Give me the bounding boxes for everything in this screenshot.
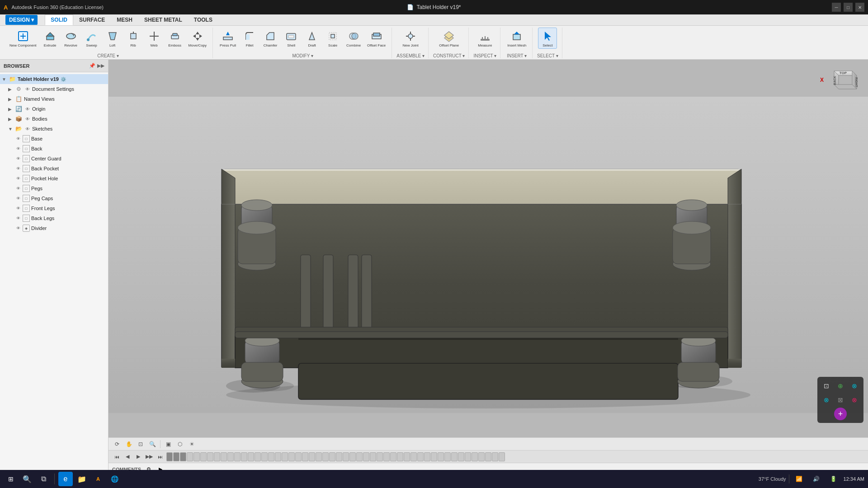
timeline-marker-11[interactable]: [241, 452, 247, 461]
timeline-marker-7[interactable]: [214, 452, 220, 461]
browser-root-item[interactable]: ▼ 📁 Tablet Holder v19 ⚙️: [0, 74, 108, 84]
timeline-marker-10[interactable]: [234, 452, 241, 461]
timeline-marker-43[interactable]: [458, 452, 464, 461]
timeline-marker-3[interactable]: [187, 452, 193, 461]
timeline-marker-38[interactable]: [424, 452, 430, 461]
sketch-center-guard-item[interactable]: 👁 □ Center Guard: [0, 154, 108, 164]
sketch-base-item[interactable]: 👁 □ Base: [0, 134, 108, 144]
battery-icon[interactable]: 🔋: [826, 472, 841, 486]
sketches-item[interactable]: ▼ 📂 👁 Sketches: [0, 124, 108, 134]
timeline-last-btn[interactable]: ⏭: [156, 452, 165, 461]
design-dropdown[interactable]: DESIGN ▾: [5, 15, 38, 25]
display-mode-btn[interactable]: ▣: [163, 439, 173, 449]
fillet-btn[interactable]: Fillet: [240, 28, 259, 49]
timeline-marker-27[interactable]: [349, 452, 356, 461]
timeline-marker-42[interactable]: [451, 452, 458, 461]
zoom-fit-btn[interactable]: ⊡: [136, 439, 146, 449]
tab-surface[interactable]: SURFACE: [73, 14, 111, 25]
sweep-btn[interactable]: Sweep: [82, 28, 101, 49]
timeline-marker-44[interactable]: [465, 452, 471, 461]
timeline-marker-2[interactable]: [180, 452, 186, 461]
timeline-marker-0[interactable]: [166, 452, 173, 461]
timeline-marker-9[interactable]: [227, 452, 234, 461]
timeline-marker-26[interactable]: [343, 452, 349, 461]
new-joint-btn[interactable]: New Joint: [401, 28, 421, 49]
bodies-eye-icon[interactable]: 👁: [24, 115, 31, 122]
timeline-marker-6[interactable]: [207, 452, 213, 461]
select-btn[interactable]: Select: [538, 28, 557, 49]
sketch-pegs-item[interactable]: 👁 □ Pegs: [0, 183, 108, 193]
timeline-first-btn[interactable]: ⏮: [112, 452, 121, 461]
timeline-marker-21[interactable]: [309, 452, 315, 461]
chamfer-btn[interactable]: Chamfer: [261, 28, 280, 49]
timeline-marker-25[interactable]: [336, 452, 342, 461]
web-btn[interactable]: Web: [145, 28, 164, 49]
browser-pin-icon[interactable]: 📌: [89, 63, 95, 69]
minimize-button[interactable]: ─: [832, 3, 841, 12]
display-icon-3[interactable]: ⊗: [848, 380, 861, 392]
add-display-btn[interactable]: +: [834, 408, 847, 420]
timeline-marker-46[interactable]: [478, 452, 485, 461]
insert-mesh-btn[interactable]: Insert Mesh: [505, 28, 528, 49]
timeline-prev-btn[interactable]: ◀: [123, 452, 132, 461]
timeline-marker-14[interactable]: [261, 452, 268, 461]
browser-collapse-icon[interactable]: ▶▶: [97, 63, 104, 69]
chrome-taskbar[interactable]: 🌐: [107, 472, 122, 486]
timeline-next-btn[interactable]: ▶▶: [145, 452, 154, 461]
view-cube[interactable]: X: [827, 64, 863, 100]
doc-eye-icon[interactable]: 👁: [24, 85, 31, 93]
rib-btn[interactable]: Rib: [124, 28, 143, 49]
timeline-marker-13[interactable]: [255, 452, 261, 461]
display-icon-5[interactable]: ⊠: [834, 394, 847, 406]
timeline-marker-35[interactable]: [404, 452, 410, 461]
volume-icon[interactable]: 🔊: [809, 472, 824, 486]
tab-mesh[interactable]: MESH: [111, 14, 138, 25]
timeline-marker-36[interactable]: [410, 452, 417, 461]
base-eye-icon[interactable]: 👁: [14, 135, 22, 142]
display-icon-1[interactable]: ⊡: [820, 380, 833, 392]
timeline-marker-47[interactable]: [485, 452, 491, 461]
named-views-item[interactable]: ▶ 📋 Named Views: [0, 94, 108, 104]
start-button[interactable]: ⊞: [4, 472, 18, 486]
sketch-peg-caps-item[interactable]: 👁 □ Peg Caps: [0, 193, 108, 203]
sketches-eye-icon[interactable]: 👁: [24, 125, 31, 132]
revolve-btn[interactable]: Revolve: [61, 28, 80, 49]
timeline-marker-4[interactable]: [193, 452, 200, 461]
timeline-marker-31[interactable]: [377, 452, 383, 461]
timeline-marker-8[interactable]: [221, 452, 227, 461]
tab-solid[interactable]: SOLID: [45, 14, 73, 25]
edge-taskbar[interactable]: e: [58, 472, 73, 486]
origin-eye-icon[interactable]: 👁: [24, 105, 31, 113]
timeline-marker-23[interactable]: [322, 452, 329, 461]
timeline-marker-40[interactable]: [438, 452, 444, 461]
new-component-btn[interactable]: New Component: [7, 28, 39, 49]
move-copy-btn[interactable]: Move/Copy: [186, 28, 209, 49]
scale-btn[interactable]: Scale: [323, 28, 342, 49]
sketch-divider-item[interactable]: 👁 ◈ Divider: [0, 223, 108, 233]
orbit-btn[interactable]: ⟳: [112, 439, 122, 449]
task-view-btn[interactable]: ⧉: [36, 472, 51, 486]
timeline-marker-16[interactable]: [275, 452, 281, 461]
offset-plane-btn[interactable]: Offset Plane: [437, 28, 461, 49]
timeline-marker-29[interactable]: [363, 452, 369, 461]
display-icon-6[interactable]: ⊗: [848, 394, 861, 406]
search-taskbar-btn[interactable]: 🔍: [20, 472, 34, 486]
timeline-marker-5[interactable]: [200, 452, 207, 461]
sketch-front-legs-item[interactable]: 👁 □ Front Legs: [0, 203, 108, 213]
press-pull-btn[interactable]: Press Pull: [217, 28, 238, 49]
viewport-canvas[interactable]: X: [108, 60, 868, 450]
sketch-back-item[interactable]: 👁 □ Back: [0, 144, 108, 154]
timeline-marker-20[interactable]: [302, 452, 308, 461]
display-icon-2[interactable]: ⊕: [834, 380, 847, 392]
timeline-marker-45[interactable]: [472, 452, 478, 461]
timeline-marker-18[interactable]: [288, 452, 295, 461]
timeline-marker-1[interactable]: [173, 452, 179, 461]
shell-btn[interactable]: Shell: [282, 28, 301, 49]
sketch-pocket-hole-item[interactable]: 👁 □ Pocket Hole: [0, 174, 108, 183]
timeline-marker-37[interactable]: [417, 452, 424, 461]
timeline-marker-15[interactable]: [268, 452, 274, 461]
measure-btn[interactable]: Measure: [476, 28, 495, 49]
emboss-btn[interactable]: Emboss: [165, 28, 184, 49]
timeline-play-btn[interactable]: ▶: [134, 452, 143, 461]
timeline-marker-34[interactable]: [397, 452, 403, 461]
